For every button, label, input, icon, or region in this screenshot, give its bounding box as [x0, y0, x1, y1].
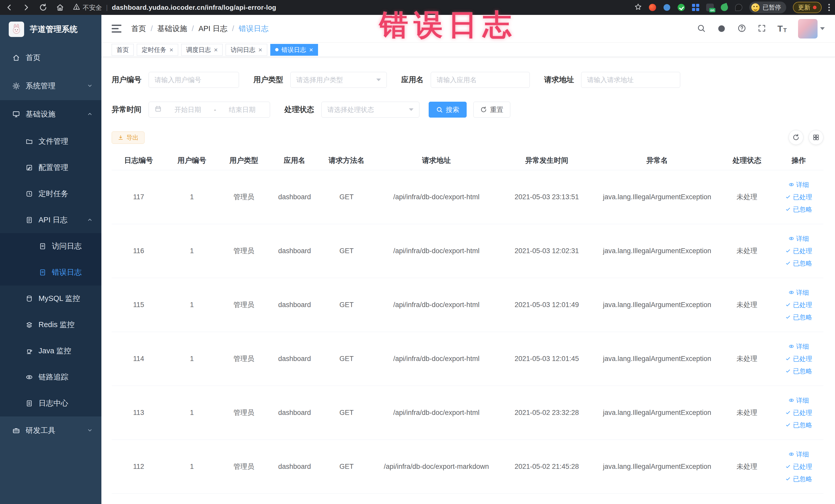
address-bar[interactable]: 不安全 | dashboard.yudao.iocoder.cn/infra/l…: [73, 3, 276, 12]
calendar-icon: [155, 105, 162, 114]
breadcrumb-home[interactable]: 首页: [131, 24, 146, 34]
tab-scheduled-tasks[interactable]: 定时任务×: [137, 44, 178, 56]
sidebar-item-api-logs[interactable]: API 日志: [0, 207, 101, 233]
sidebar-item-scheduled-tasks[interactable]: 定时任务: [0, 181, 101, 207]
cell-operations: 详细 已处理 已忽略: [774, 224, 823, 278]
sidebar-item-home[interactable]: 首页: [0, 44, 101, 72]
mark-processed-link[interactable]: 已处理: [775, 245, 822, 257]
detail-link[interactable]: 详细: [775, 233, 822, 245]
mark-processed-link[interactable]: 已处理: [775, 406, 822, 419]
detail-link[interactable]: 详细: [775, 286, 822, 299]
table-row: 115 1 管理员 dashboard GET /api/infra/db-do…: [111, 278, 823, 332]
reset-button[interactable]: 重置: [473, 102, 510, 118]
cell-method: GET: [320, 440, 373, 493]
help-icon[interactable]: [737, 24, 746, 34]
sidebar-item-redis-monitor[interactable]: Redis 监控: [0, 312, 101, 338]
url-text[interactable]: dashboard.yudao.iocoder.cn/infra/log/api…: [112, 4, 277, 12]
reload-icon[interactable]: [39, 3, 47, 12]
process-status-select[interactable]: 请选择处理状态: [321, 102, 420, 118]
fullscreen-icon[interactable]: [757, 24, 766, 34]
detail-link[interactable]: 详细: [775, 340, 822, 352]
mark-processed-link[interactable]: 已处理: [775, 299, 822, 311]
extension-blue-icon[interactable]: [663, 4, 671, 11]
logo-image: [9, 22, 24, 37]
tab-close-icon[interactable]: ×: [214, 46, 218, 53]
sidebar-item-system[interactable]: 系统管理: [0, 72, 101, 100]
cell-user-id: 1: [166, 386, 218, 440]
user-type-select[interactable]: 请选择用户类型: [290, 72, 387, 88]
hamburger-icon[interactable]: [111, 25, 121, 33]
app-logo[interactable]: 芋道管理系统: [0, 15, 101, 44]
column-settings-button[interactable]: [809, 130, 823, 145]
refresh-table-button[interactable]: [789, 130, 803, 145]
tab-error-logs[interactable]: 错误日志×: [270, 44, 318, 56]
breadcrumb-api-logs[interactable]: API 日志: [199, 24, 227, 34]
sidebar-item-link-tracing[interactable]: 链路追踪: [0, 364, 101, 390]
tab-close-icon[interactable]: ×: [169, 46, 173, 53]
mark-ignored-link[interactable]: 已忽略: [775, 473, 822, 485]
sidebar-item-infrastructure[interactable]: 基础设施: [0, 100, 101, 128]
sidebar-item-mysql-monitor[interactable]: MySQL 监控: [0, 285, 101, 312]
forward-icon[interactable]: [22, 3, 30, 12]
font-size-icon[interactable]: TT: [777, 24, 787, 34]
check-icon: [785, 410, 791, 416]
back-icon[interactable]: [5, 3, 13, 12]
sidebar-item-access-logs[interactable]: 访问日志: [0, 233, 101, 259]
browser-profile-badge[interactable]: 已暂停: [749, 2, 786, 13]
detail-link[interactable]: 详细: [775, 394, 822, 406]
user-avatar[interactable]: [798, 19, 817, 39]
user-id-input[interactable]: [155, 76, 233, 84]
mark-processed-link[interactable]: 已处理: [775, 460, 822, 473]
document-edit-icon: [26, 217, 33, 224]
home-icon[interactable]: [56, 3, 64, 12]
extension-green-check-icon[interactable]: [677, 4, 685, 11]
tab-home[interactable]: 首页: [111, 44, 134, 56]
github-icon[interactable]: [717, 24, 726, 34]
tab-close-icon[interactable]: ×: [309, 46, 313, 53]
browser-menu-icon[interactable]: [828, 4, 830, 11]
cell-user-id: 1: [166, 170, 218, 224]
mark-ignored-link[interactable]: 已忽略: [775, 257, 822, 269]
mark-processed-link[interactable]: 已处理: [775, 352, 822, 365]
user-menu[interactable]: [798, 19, 825, 39]
mark-ignored-link[interactable]: 已忽略: [775, 365, 822, 377]
search-icon[interactable]: [697, 24, 706, 34]
sidebar-item-java-monitor[interactable]: Java 监控: [0, 338, 101, 364]
date-range-picker[interactable]: 开始日期 - 结束日期: [149, 102, 270, 118]
cell-request-url: /api/infra/db-doc/export-html: [373, 278, 499, 332]
cell-method: GET: [320, 332, 373, 386]
extension-red-icon[interactable]: [649, 4, 656, 11]
app-name-input[interactable]: [436, 76, 524, 84]
extension-leaf-icon[interactable]: [720, 4, 728, 11]
tab-dispatch-logs[interactable]: 调度日志×: [181, 44, 223, 56]
mark-ignored-link[interactable]: 已忽略: [775, 419, 822, 431]
extension-on-badge-icon[interactable]: on: [706, 4, 714, 11]
bookmark-star-icon[interactable]: [634, 3, 642, 12]
tab-access-logs[interactable]: 访问日志×: [226, 44, 267, 56]
mark-ignored-link[interactable]: 已忽略: [775, 203, 822, 216]
sidebar-item-dev-tools[interactable]: 研发工具: [0, 417, 101, 445]
mark-processed-link[interactable]: 已处理: [775, 191, 822, 203]
check-icon: [785, 464, 791, 469]
detail-link[interactable]: 详细: [775, 178, 822, 191]
sidebar-item-log-center[interactable]: 日志中心: [0, 390, 101, 417]
search-button[interactable]: 搜索: [429, 102, 467, 118]
sidebar-item-config-management[interactable]: 配置管理: [0, 155, 101, 181]
cell-user-id: 1: [166, 332, 218, 386]
extension-grid-icon[interactable]: [692, 4, 699, 11]
cell-log-id: 117: [111, 170, 166, 224]
update-button[interactable]: 更新: [793, 2, 822, 13]
mark-ignored-link[interactable]: 已忽略: [775, 311, 822, 323]
request-url-input[interactable]: [587, 76, 674, 84]
cell-request-url: /api/infra/db-doc/export-html: [373, 170, 499, 224]
detail-link[interactable]: 详细: [775, 448, 822, 460]
tab-close-icon[interactable]: ×: [258, 46, 262, 53]
sidebar-item-error-logs[interactable]: 错误日志: [0, 259, 101, 285]
toolbar-row: 导出: [111, 132, 823, 144]
app-name-input-wrap: [431, 72, 530, 88]
sidebar-item-file-management[interactable]: 文件管理: [0, 128, 101, 155]
export-button[interactable]: 导出: [111, 132, 144, 144]
check-icon: [785, 194, 791, 200]
breadcrumb-infrastructure[interactable]: 基础设施: [157, 24, 187, 34]
extension-dark-icon[interactable]: [735, 4, 742, 11]
